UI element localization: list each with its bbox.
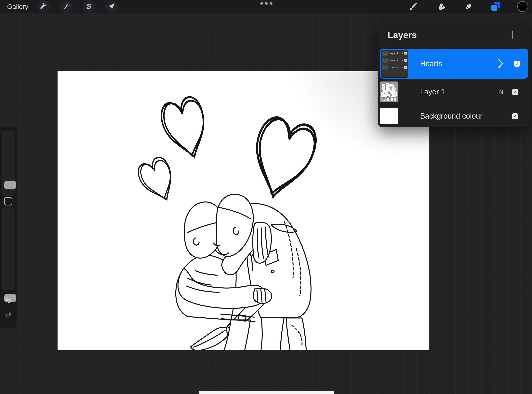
mini-blend-mode: N [402, 52, 403, 54]
layer-name-hearts: Hearts [420, 59, 442, 68]
brush-size-slider[interactable] [2, 131, 15, 196]
layer-row-hearts[interactable]: Layer 4 N ✓ Layer 3 N ✓ Layer 2 N ✓ [380, 49, 528, 79]
selection-button[interactable]: S [83, 0, 95, 13]
paint-brush-button[interactable] [407, 0, 420, 13]
modify-button[interactable] [4, 197, 12, 206]
group-child-row: Layer 2 N ✓ [381, 64, 408, 71]
mini-heart-thumbnail [382, 58, 388, 63]
eraser-button[interactable] [461, 0, 475, 13]
undo-arrow-icon [4, 297, 12, 305]
transform-button[interactable] [105, 0, 118, 13]
actions-button[interactable] [37, 0, 50, 13]
group-child-row: Layer 3 N ✓ [381, 57, 408, 64]
eraser-icon [464, 2, 473, 11]
magic-wand-icon [62, 2, 71, 11]
canvas-menu-ellipsis[interactable] [256, 0, 276, 7]
visibility-checkbox-background[interactable]: ✓ [512, 113, 518, 119]
color-button[interactable] [516, 0, 530, 13]
redo-button[interactable] [0, 310, 16, 321]
undo-button[interactable] [0, 296, 16, 306]
layers-button[interactable] [489, 0, 502, 13]
add-layer-button[interactable] [508, 30, 518, 40]
brush-icon [409, 2, 418, 11]
panel-shadow-on-canvas [57, 71, 429, 350]
brush-sidebar [0, 127, 16, 328]
ellipsis-dot [270, 2, 272, 5]
mini-heart-thumbnail [382, 65, 388, 70]
group-child-label: Layer 3 [389, 59, 398, 62]
group-child-row: Layer 4 N ✓ [381, 50, 408, 57]
layers-panel-title: Layers [388, 30, 417, 40]
smudge-button[interactable] [434, 0, 448, 13]
blend-mode-badge[interactable]: N [499, 89, 503, 95]
ellipsis-dot [265, 2, 268, 5]
group-child-label: Layer 4 [389, 52, 398, 55]
adjustments-button[interactable] [60, 0, 73, 13]
arrow-cursor-icon [107, 2, 116, 11]
layers-panel: Layers Layer 4 N ✓ Layer 3 N [378, 21, 530, 127]
brush-opacity-slider[interactable] [2, 207, 15, 290]
color-swatch-circle [517, 1, 528, 12]
mini-visibility-checkbox: ✓ [404, 59, 407, 62]
redo-arrow-icon [4, 311, 12, 320]
brush-size-handle[interactable] [4, 181, 16, 189]
s-selection-icon: S [87, 2, 91, 11]
gallery-button[interactable]: Gallery [7, 0, 28, 13]
ellipsis-dot [260, 2, 263, 5]
chevron-right-icon[interactable] [498, 58, 503, 70]
mini-blend-mode: N [402, 59, 403, 62]
mini-visibility-checkbox: ✓ [404, 66, 407, 69]
layer-row-layer1[interactable]: Layer 1 N ✓ [378, 79, 530, 105]
layers-stack-icon [491, 2, 500, 11]
background-colour-thumbnail [380, 108, 398, 124]
layers-panel-header: Layers [378, 21, 530, 49]
top-toolbar: Gallery S [0, 0, 532, 13]
layer-row-background[interactable]: Background colour ✓ [378, 105, 530, 127]
plus-icon [508, 31, 517, 40]
mini-blend-mode: N [402, 66, 403, 68]
smudge-finger-icon [436, 2, 445, 11]
visibility-checkbox-layer1[interactable]: ✓ [512, 89, 518, 95]
drawing-canvas[interactable] [57, 71, 429, 350]
group-child-label: Layer 2 [389, 66, 398, 69]
mini-heart-thumbnail [382, 51, 388, 56]
wrench-icon [39, 2, 48, 11]
visibility-checkbox-hearts[interactable]: ✓ [514, 61, 520, 67]
mini-visibility-checkbox: ✓ [404, 52, 407, 55]
home-indicator[interactable] [199, 391, 334, 394]
layer-name-layer1: Layer 1 [420, 88, 445, 96]
layer-name-background: Background colour [420, 112, 483, 120]
layer1-thumbnail [380, 81, 398, 102]
group-thumbnail: Layer 4 N ✓ Layer 3 N ✓ Layer 2 N ✓ [381, 50, 408, 78]
